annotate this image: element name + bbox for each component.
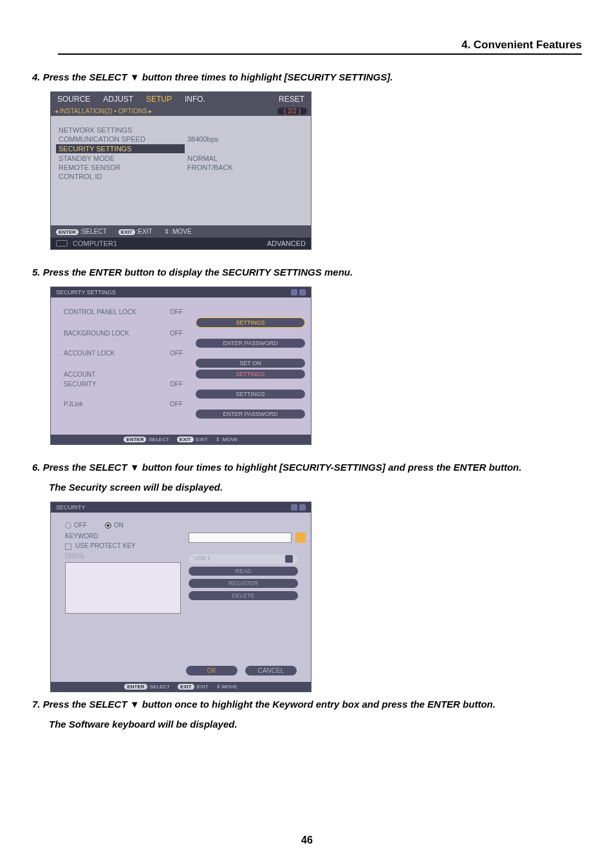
tab-info[interactable]: INFO.	[178, 92, 212, 106]
account-settings-button[interactable]: SETTINGS	[196, 370, 305, 379]
current-source: COMPUTER1	[73, 240, 117, 247]
radio-on[interactable]: ON	[105, 522, 124, 529]
exit-key-icon: EXIT	[177, 437, 194, 442]
dialog-buttons: OK CANCEL	[51, 661, 311, 682]
val-control-panel-lock: OFF	[170, 308, 196, 316]
tab-reset[interactable]: RESET	[272, 92, 311, 106]
submenu-bar: ◂ INSTALLATION(2) • OPTIONS ▸ ( 2/2 )	[51, 106, 311, 116]
menu-mode: ADVANCED	[267, 240, 306, 247]
enter-key-icon: ENTER	[124, 437, 146, 442]
submenu-path: ◂ INSTALLATION(2) • OPTIONS ▸	[55, 108, 152, 115]
val-pjlink: OFF	[170, 401, 196, 408]
exit-key-icon: EXIT	[178, 684, 194, 690]
chapter-heading: 4. Convenient Features	[58, 39, 582, 55]
security-body: OFF ON KEYWORD USE PROTECT KEY DRIVE US	[51, 513, 311, 661]
val-standby-mode: NORMAL	[187, 155, 303, 162]
status-bar: COMPUTER1 ADVANCED	[51, 238, 311, 249]
keyword-label: KEYWORD	[65, 533, 181, 540]
register-button[interactable]: REGISTER	[189, 579, 298, 588]
read-button[interactable]: READ	[189, 567, 298, 576]
drive-listbox[interactable]	[65, 562, 181, 614]
ok-button[interactable]: OK	[186, 666, 237, 675]
step-5: 5. Press the ENTER button to display the…	[32, 267, 582, 278]
row-security: SECURITY	[64, 381, 170, 388]
row-standby-mode[interactable]: STANDBY MODE	[59, 155, 187, 162]
dialog-title-bar: SECURITY	[51, 502, 311, 513]
set-on-button[interactable]: SET ON	[196, 359, 305, 368]
dialog-title: SECURITY	[56, 504, 86, 511]
enter-password-button[interactable]: ENTER PASSWORD	[196, 339, 305, 348]
chevron-right-icon	[285, 555, 293, 563]
row-security-settings[interactable]: SECURITY SETTINGS	[56, 144, 185, 153]
usb-select[interactable]: USB 1	[189, 554, 298, 563]
tab-adjust[interactable]: ADJUST	[97, 92, 140, 106]
delete-button[interactable]: DELETE	[189, 591, 298, 600]
val-remote-sensor: FRONT/BACK	[187, 164, 303, 171]
step-4: 4. Press the SELECT ▼ button three times…	[32, 71, 582, 82]
enter-key-icon: ENTER	[56, 229, 79, 235]
step-7: 7. Press the SELECT ▼ button once to hig…	[32, 699, 582, 710]
step-6: 6. Press the SELECT ▼ button four times …	[32, 462, 582, 473]
pjlink-password-button[interactable]: ENTER PASSWORD	[196, 410, 305, 419]
hint-bar: ENTER:SELECT EXIT:EXIT ⇕ :MOVE	[51, 435, 311, 444]
page-indicator: ( 2/2 )	[277, 108, 307, 115]
menu-tabs: SOURCE ADJUST SETUP INFO. RESET	[51, 92, 311, 106]
val-account-lock: OFF	[170, 350, 196, 357]
step-7-note: The Software keyboard will be displayed.	[49, 719, 582, 730]
row-network-settings[interactable]: NETWORK SETTINGS	[59, 126, 187, 134]
close-icon[interactable]	[299, 289, 306, 296]
val-communication-speed: 38400bps	[187, 135, 303, 143]
setup-menu-screenshot: SOURCE ADJUST SETUP INFO. RESET ◂ INSTAL…	[50, 91, 312, 250]
page-number: 46	[0, 835, 614, 846]
val-background-lock: OFF	[170, 330, 196, 337]
help-icon[interactable]	[291, 504, 297, 511]
radio-off[interactable]: OFF	[65, 522, 87, 529]
drive-label: DRIVE	[65, 552, 181, 560]
val-security: OFF	[170, 381, 196, 388]
help-icon[interactable]	[291, 289, 297, 296]
row-account-lock: ACCOUNT LOCK	[64, 350, 170, 357]
close-icon[interactable]	[299, 504, 306, 511]
cancel-button[interactable]: CANCEL	[245, 666, 297, 675]
security-screen-screenshot: SECURITY OFF ON KEYWORD USE PROTECT KEY …	[50, 502, 312, 692]
security-settings-body: CONTROL PANEL LOCK OFF SETTINGS BACKGROU…	[51, 297, 311, 435]
enter-key-icon: ENTER	[124, 684, 147, 690]
hint-bar: ENTER:SELECT EXIT:EXIT ⇕:MOVE	[51, 682, 311, 692]
row-pjlink: PJLink	[64, 401, 170, 408]
row-account: ACCOUNT	[64, 371, 170, 378]
step-6-note: The Security screen will be displayed.	[49, 482, 582, 493]
row-control-panel-lock: CONTROL PANEL LOCK	[64, 308, 170, 316]
row-communication-speed[interactable]: COMMUNICATION SPEED	[59, 135, 187, 143]
row-background-lock: BACKGROUND LOCK	[64, 330, 170, 337]
setup-body: NETWORK SETTINGS COMMUNICATION SPEED3840…	[51, 116, 311, 225]
row-control-id[interactable]: CONTROL ID	[59, 173, 187, 180]
keyword-input[interactable]	[189, 533, 292, 543]
hint-bar: ENTER:SELECT EXIT:EXIT ⇕ :MOVE	[51, 225, 311, 238]
tab-setup[interactable]: SETUP	[140, 92, 178, 106]
settings-button[interactable]: SETTINGS	[196, 317, 305, 328]
keyboard-icon[interactable]	[295, 533, 306, 543]
tab-source[interactable]: SOURCE	[51, 92, 97, 106]
security-settings-button[interactable]: SETTINGS	[196, 390, 305, 399]
dialog-title: SECURITY SETTINGS	[56, 289, 116, 296]
exit-key-icon: EXIT	[118, 229, 135, 235]
security-settings-screenshot: SECURITY SETTINGS CONTROL PANEL LOCK OFF…	[50, 287, 312, 445]
source-icon	[56, 240, 68, 247]
row-remote-sensor[interactable]: REMOTE SENSOR	[59, 164, 187, 171]
dialog-title-bar: SECURITY SETTINGS	[51, 287, 311, 297]
use-protect-key[interactable]: USE PROTECT KEY	[65, 542, 181, 549]
